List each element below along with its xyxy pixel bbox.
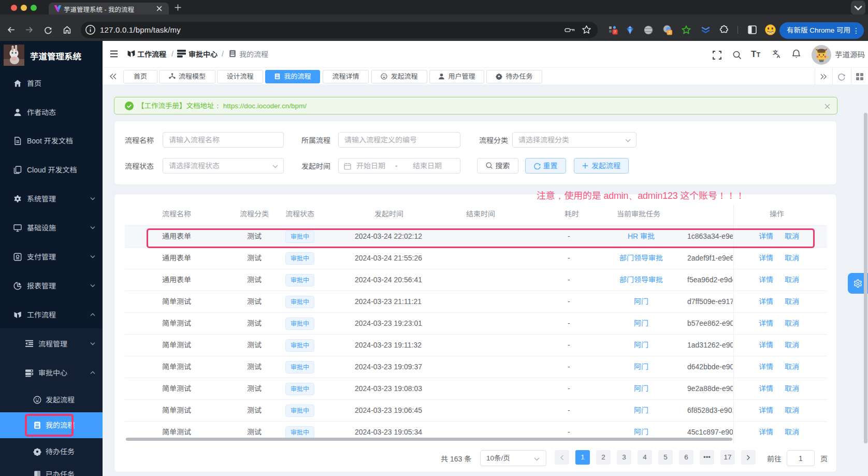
svg-text:2: 2 bbox=[669, 30, 671, 35]
svg-text:7: 7 bbox=[614, 30, 616, 34]
svg-text:A: A bbox=[777, 53, 780, 59]
